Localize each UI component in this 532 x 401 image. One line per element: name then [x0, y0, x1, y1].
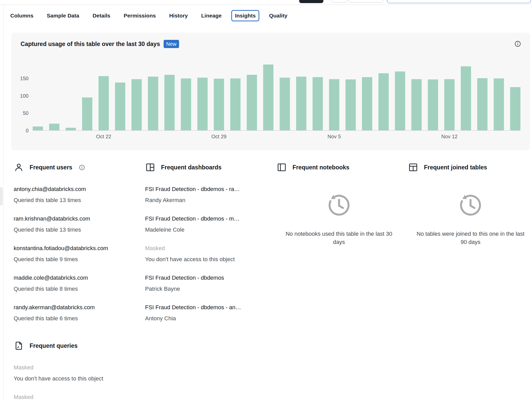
usage-panel-title: Captured usage of this table over the la…	[21, 41, 160, 48]
tab-history[interactable]: History	[169, 12, 188, 20]
usage-bar	[99, 76, 109, 131]
frequent-dashboards-title: Frequent dashboards	[161, 164, 221, 171]
usage-bar	[378, 73, 389, 131]
usage-bar	[313, 77, 323, 131]
frequent-queries-section: Frequent queries Masked You don't have a…	[14, 339, 173, 401]
list-item: FSI Fraud Detection - dbdemos Patrick Ba…	[145, 274, 270, 293]
frequent-notebooks-header: Frequent notebooks	[277, 160, 401, 174]
usage-bar	[444, 79, 455, 131]
dashboard-name[interactable]: FSI Fraud Detection - dbdemos - m…	[145, 215, 270, 223]
dashboard-name[interactable]: FSI Fraud Detection - dbdemos	[145, 274, 270, 282]
frequent-notebooks-column: Frequent notebooks No notebooks used thi…	[277, 160, 401, 333]
usage-bar	[148, 77, 158, 131]
list-item: antony.chia@databricks.com Queried this …	[14, 185, 138, 204]
list-item: randy.akerman@databricks.com Queried thi…	[14, 303, 138, 323]
query-file-icon	[14, 341, 24, 351]
tab-details[interactable]: Details	[93, 12, 110, 20]
list-item: Masked You don't have access to this obj…	[14, 363, 173, 383]
tab-bar: Columns Sample Data Details Permissions …	[10, 12, 287, 20]
usage-bar	[494, 78, 504, 131]
joined-tables-empty-state: No tables were joined to this one in the…	[408, 191, 532, 246]
tab-lineage[interactable]: Lineage	[201, 12, 221, 20]
page: Columns Sample Data Details Permissions …	[0, 0, 532, 401]
notebooks-empty-text: No notebooks used this table in the last…	[282, 230, 396, 246]
toolbar-partial-search-input[interactable]	[387, 0, 531, 3]
usage-panel: Captured usage of this table over the la…	[11, 33, 530, 150]
sidebar-partial-item[interactable]	[0, 187, 3, 206]
usage-bar	[115, 83, 125, 131]
user-query-count: Queried this table 13 times	[14, 226, 138, 234]
tab-columns[interactable]: Columns	[10, 12, 33, 20]
info-icon[interactable]	[514, 40, 521, 47]
dashboard-owner: Madeleine Cole	[145, 226, 270, 234]
x-axis-tick: Nov 5	[327, 134, 341, 140]
header-divider	[0, 5, 532, 5]
user-query-count: Queried this table 9 times	[14, 255, 138, 263]
frequent-dashboards-header: Frequent dashboards	[145, 160, 270, 174]
query-masked: Masked	[14, 363, 173, 372]
dashboard-owner: Antony Chia	[145, 314, 270, 323]
notebook-icon	[277, 162, 287, 172]
tab-insights[interactable]: Insights	[235, 12, 256, 20]
usage-bar	[33, 126, 43, 131]
dashboard-owner: Randy Akerman	[145, 196, 270, 204]
list-item: Masked	[14, 393, 173, 401]
usage-bar	[395, 71, 405, 131]
usage-bar	[296, 77, 306, 131]
toolbar-partial-button-2[interactable]	[349, 0, 383, 3]
dashboard-name[interactable]: FSI Fraud Detection - dbdemos - an…	[145, 303, 270, 312]
y-axis-tick: 0	[13, 127, 29, 134]
usage-bar	[329, 79, 339, 131]
usage-bar	[49, 124, 59, 131]
dashboard-no-access-text: You don't have access to this object	[145, 255, 270, 263]
usage-bar	[411, 79, 422, 131]
user-email: konstantina.fotiadou@databricks.com	[14, 244, 138, 252]
dashboard-name[interactable]: FSI Fraud Detection - dbdemos - ra…	[145, 185, 270, 193]
list-item: FSI Fraud Detection - dbdemos - an… Anto…	[145, 303, 270, 323]
user-email: randy.akerman@databricks.com	[14, 303, 138, 312]
history-clock-icon	[457, 191, 484, 218]
x-axis-tick: Nov 12	[441, 134, 457, 140]
usage-bar	[280, 78, 290, 131]
y-axis-tick: 100	[13, 93, 29, 99]
usage-panel-header: Captured usage of this table over the la…	[21, 40, 179, 48]
chart-area: 050100150Oct 22Oct 29Nov 5Nov 12	[33, 61, 520, 131]
usage-bar	[230, 78, 241, 131]
frequent-users-header: Frequent users	[14, 160, 138, 174]
tab-permissions[interactable]: Permissions	[124, 12, 156, 20]
tab-sample-data[interactable]: Sample Data	[47, 12, 79, 20]
usage-bar	[247, 75, 257, 131]
usage-bar	[164, 75, 175, 131]
frequent-users-column: Frequent users antony.chia@databricks.co…	[14, 160, 138, 333]
toolbar-partial-button-1[interactable]	[331, 0, 348, 3]
frequent-joined-tables-header: Frequent joined tables	[408, 160, 532, 174]
toolbar-partial-dark-button[interactable]	[299, 0, 323, 3]
person-icon	[14, 162, 24, 172]
frequent-users-title: Frequent users	[30, 164, 72, 171]
frequent-notebooks-title: Frequent notebooks	[292, 164, 349, 171]
user-query-count: Queried this table 13 times	[14, 196, 138, 204]
list-item: Masked You don't have access to this obj…	[145, 244, 270, 263]
sidebar-divider	[3, 5, 4, 401]
x-axis-tick: Oct 22	[96, 134, 111, 140]
frequent-joined-tables-title: Frequent joined tables	[424, 164, 487, 171]
dashboard-icon	[145, 162, 155, 172]
usage-bar	[214, 79, 224, 131]
usage-bar	[362, 77, 372, 131]
frequent-queries-title: Frequent queries	[30, 342, 78, 349]
dashboard-name-masked: Masked	[145, 244, 270, 252]
query-no-access-text: You don't have access to this object	[14, 375, 173, 383]
notebooks-empty-state: No notebooks used this table in the last…	[277, 191, 401, 246]
dashboard-owner: Patrick Bayne	[145, 285, 270, 293]
list-item: maddie.cole@databricks.com Queried this …	[14, 274, 138, 293]
tab-quality[interactable]: Quality	[269, 12, 287, 20]
info-icon[interactable]	[79, 164, 85, 171]
usage-bar	[82, 97, 92, 131]
usage-bar	[461, 66, 471, 131]
frequent-joined-tables-column: Frequent joined tables No tables were jo…	[408, 160, 532, 333]
joined-table-icon	[408, 162, 418, 172]
chart-bars	[33, 61, 520, 131]
list-item: konstantina.fotiadou@databricks.com Quer…	[14, 244, 138, 263]
usage-bar	[477, 78, 487, 131]
user-email: maddie.cole@databricks.com	[14, 274, 138, 282]
